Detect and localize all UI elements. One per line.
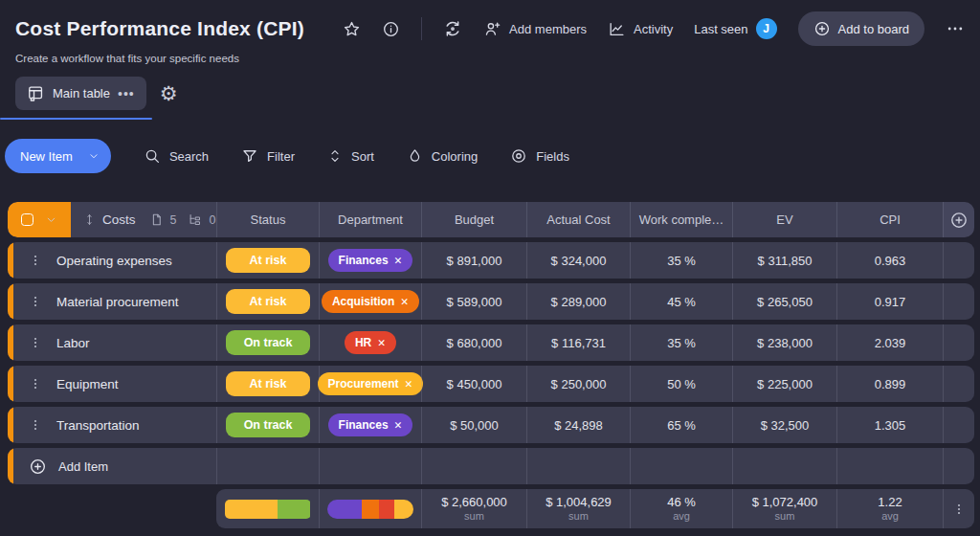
column-header-work-complete[interactable]: Work comple… [630,202,732,237]
department-cell[interactable]: Procurement✕ [319,366,421,402]
remove-tag-icon[interactable]: ✕ [377,337,386,348]
sort-button[interactable]: Sort [327,147,374,165]
search-button[interactable]: Search [144,147,209,165]
column-header-cpi[interactable]: CPI [836,202,943,237]
budget-cell[interactable]: $ 450,000 [421,366,526,402]
table-row[interactable]: Transportation On track Finances✕ $ 50,0… [8,407,974,443]
department-tag[interactable]: Acquisition✕ [322,290,419,313]
department-tag[interactable]: Finances✕ [328,249,413,272]
tab-main-table[interactable]: Main table ••• [15,77,146,110]
row-menu-icon[interactable] [29,253,42,268]
column-header-status[interactable]: Status [216,202,319,237]
fields-button[interactable]: Fields [510,147,569,165]
info-icon[interactable] [382,20,400,38]
column-header-actual-cost[interactable]: Actual Cost [526,202,630,237]
coloring-button[interactable]: Coloring [407,147,478,165]
status-distribution-bar[interactable] [225,500,311,519]
cpi-cell[interactable]: 2.039 [836,324,943,361]
actual-cost-cell[interactable]: $ 324,000 [526,242,630,279]
remove-tag-icon[interactable]: ✕ [400,296,409,307]
summary-menu-icon[interactable] [943,489,974,528]
column-header-budget[interactable]: Budget [421,202,526,237]
cpi-cell[interactable]: 0.963 [836,242,943,279]
budget-cell[interactable]: $ 589,000 [421,283,526,320]
actual-cost-cell[interactable]: $ 116,731 [526,324,630,361]
add-to-board-button[interactable]: Add to board [798,11,924,46]
add-item-row[interactable]: Add Item [8,448,974,484]
department-cell[interactable]: Finances✕ [319,407,421,443]
integrations-sync-icon[interactable] [443,19,462,38]
row-menu-icon[interactable] [29,335,42,350]
budget-cell[interactable]: $ 680,000 [421,324,526,361]
ev-cell[interactable]: $ 311,850 [732,242,836,279]
more-options-icon[interactable] [946,19,965,38]
remove-tag-icon[interactable]: ✕ [394,255,403,266]
work-complete-cell[interactable]: 35 % [630,324,732,361]
group-name[interactable]: Costs [102,212,136,227]
status-badge[interactable]: On track [226,413,310,437]
table-row[interactable]: Labor On track HR✕ $ 680,000 $ 116,731 3… [8,324,974,361]
cpi-cell[interactable]: 1.305 [836,407,943,443]
group-select-chip[interactable] [8,202,71,237]
department-tag[interactable]: Finances✕ [328,413,413,436]
add-members-button[interactable]: Add members [483,20,587,38]
item-name[interactable]: Equipment [56,377,119,391]
work-complete-cell[interactable]: 65 % [630,407,732,443]
tab-options-icon[interactable]: ••• [118,90,135,98]
status-summary-cell[interactable] [216,489,319,528]
favorite-star-icon[interactable] [343,20,361,38]
table-row[interactable]: Operating expenses At risk Finances✕ $ 8… [8,242,974,279]
department-cell[interactable]: HR✕ [319,324,421,361]
department-summary-cell[interactable] [319,489,421,528]
budget-cell[interactable]: $ 891,000 [421,242,526,279]
avatar[interactable]: J [756,18,777,39]
table-row[interactable]: Equipment At risk Procurement✕ $ 450,000… [8,366,974,402]
ev-cell[interactable]: $ 238,000 [732,324,836,361]
cpi-cell[interactable]: 0.917 [836,283,943,320]
select-all-checkbox[interactable] [21,213,33,226]
new-item-button[interactable]: New Item [5,139,111,173]
ev-cell[interactable]: $ 32,500 [732,407,836,443]
item-name[interactable]: Material procurement [56,295,179,309]
remove-tag-icon[interactable]: ✕ [405,378,413,390]
filter-button[interactable]: Filter [241,147,295,165]
row-menu-icon[interactable] [29,376,42,391]
row-menu-icon[interactable] [29,294,42,309]
budget-cell[interactable]: $ 50,000 [421,407,526,443]
cpi-cell[interactable]: 0.899 [836,366,943,402]
table-row[interactable]: Material procurement At risk Acquisition… [8,283,974,320]
row-menu-icon[interactable] [29,417,42,433]
actual-cost-cell[interactable]: $ 24,898 [526,407,630,443]
add-column-button[interactable] [943,202,974,237]
item-name[interactable]: Transportation [56,418,140,433]
item-name[interactable]: Operating expenses [56,254,172,268]
status-badge[interactable]: On track [226,330,310,355]
column-header-ev[interactable]: EV [732,202,836,237]
status-cell[interactable]: At risk [216,242,319,279]
board-settings-gear-icon[interactable]: ⚙ [160,83,178,103]
status-badge[interactable]: At risk [226,371,310,396]
remove-tag-icon[interactable]: ✕ [394,419,403,431]
department-tag[interactable]: Procurement✕ [318,372,424,395]
department-tag[interactable]: HR✕ [345,331,396,354]
status-badge[interactable]: At risk [226,289,310,314]
status-cell[interactable]: On track [216,324,319,361]
ev-cell[interactable]: $ 225,000 [732,366,836,402]
item-name[interactable]: Labor [56,336,90,350]
activity-button[interactable]: Activity [608,20,673,38]
status-cell[interactable]: At risk [216,283,319,320]
status-badge[interactable]: At risk [226,248,310,273]
actual-cost-cell[interactable]: $ 250,000 [526,366,630,402]
department-cell[interactable]: Finances✕ [319,242,421,279]
ev-cell[interactable]: $ 265,050 [732,283,836,320]
status-cell[interactable]: At risk [216,366,319,402]
work-complete-cell[interactable]: 45 % [630,283,732,320]
department-distribution-bar[interactable] [327,500,413,519]
work-complete-cell[interactable]: 35 % [630,242,732,279]
status-cell[interactable]: On track [216,407,319,443]
actual-cost-cell[interactable]: $ 289,000 [526,283,630,320]
column-header-department[interactable]: Department [319,202,421,237]
work-complete-cell[interactable]: 50 % [630,366,732,402]
department-cell[interactable]: Acquisition✕ [319,283,421,320]
chevron-down-icon[interactable] [82,150,105,162]
